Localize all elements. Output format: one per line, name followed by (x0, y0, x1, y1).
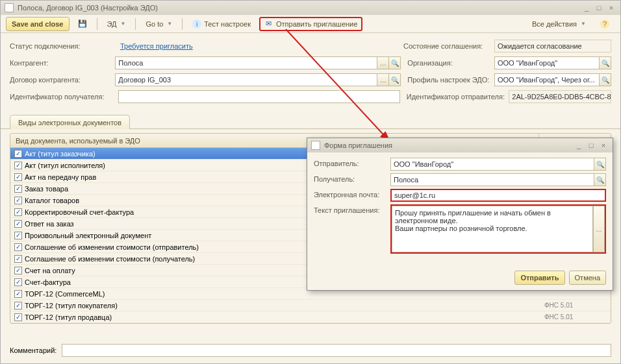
modal-icon (311, 141, 320, 150)
window-title: Полоса, Договор IG_003 (Настройка ЭДО) (18, 4, 158, 12)
profile-search-button[interactable]: 🔍 (600, 73, 611, 86)
send-icon: ✉ (264, 19, 273, 29)
row-label: Корректировочный счет-фактура (25, 208, 134, 216)
checkbox[interactable]: ✓ (14, 173, 22, 181)
row-label: ТОРГ-12 (титул продавца) (25, 313, 112, 321)
row-label: Произвольный электронный документ (25, 232, 151, 239)
recipient-id-input[interactable] (118, 90, 399, 103)
minimize-button[interactable]: _ (581, 3, 592, 12)
checkbox[interactable]: ✓ (14, 197, 22, 204)
close-button[interactable]: × (606, 3, 616, 12)
contract-input[interactable]: Договор IG_003 (115, 73, 377, 86)
table-row[interactable]: ✓ТОРГ-12 (титул продавца)ФНС 5.01 (10, 311, 611, 323)
checkbox[interactable]: ✓ (14, 208, 22, 216)
maximize-button[interactable]: □ (594, 3, 604, 12)
tabs: Виды электронных документов (1, 115, 620, 129)
help-icon: ? (600, 19, 609, 29)
modal-text-label: Текст приглашения: (314, 204, 390, 214)
row-label: Каталог товаров (25, 197, 79, 204)
agreement-state-label: Состояние соглашения: (397, 42, 494, 50)
modal-title: Форма приглашения (324, 141, 392, 149)
org-input[interactable]: ООО "ИванГород" (494, 56, 600, 69)
org-label: Организация: (401, 59, 494, 67)
modal-recipient-label: Получатель: (314, 173, 390, 183)
modal-close-button[interactable]: × (598, 141, 609, 150)
comment-input[interactable] (62, 344, 611, 357)
checkbox[interactable]: ✓ (14, 162, 22, 169)
row-label: Счет на оплату (25, 267, 75, 274)
org-search-button[interactable]: 🔍 (600, 56, 611, 69)
checkbox[interactable]: ✓ (14, 185, 22, 193)
modal-cancel-button[interactable]: Отмена (569, 271, 606, 285)
profile-label: Профиль настроек ЭДО: (401, 76, 494, 84)
modal-sender-search-button[interactable]: 🔍 (594, 158, 606, 171)
contract-select-button[interactable]: … (377, 73, 389, 86)
row-format: ФНС 5.01 (539, 302, 611, 309)
row-label: Счет-фактура (25, 278, 71, 286)
agreement-state-value: Ожидается согласование (494, 40, 611, 53)
modal-email-label: Электронная почта: (314, 189, 390, 199)
row-label: Ответ на заказ (25, 220, 74, 228)
modal-text-input[interactable]: Прошу принять приглашение и начать обмен… (392, 206, 593, 252)
modal-recipient-input[interactable]: Полоса (390, 173, 594, 186)
row-label: Акт (титул исполнителя) (25, 162, 105, 169)
contract-label: Договор контрагента: (10, 76, 115, 84)
modal-sender-input[interactable]: ООО "ИванГород" (390, 158, 594, 171)
form-area: Статус подключения: Требуется пригласить… (1, 33, 620, 111)
checkbox[interactable]: ✓ (14, 302, 22, 309)
tab-doc-types[interactable]: Виды электронных документов (10, 115, 130, 129)
checkbox[interactable]: ✓ (14, 290, 22, 298)
status-label: Статус подключения: (10, 42, 120, 50)
comment-label: Комментарий: (10, 346, 57, 354)
row-label: ТОРГ-12 (CommerceML) (25, 290, 105, 298)
checkbox[interactable]: ✓ (14, 313, 22, 321)
modal-recipient-search-button[interactable]: 🔍 (594, 173, 606, 186)
invite-modal: Форма приглашения _ □ × Отправитель: ООО… (307, 138, 613, 291)
send-invite-button[interactable]: ✉Отправить приглашение (259, 17, 362, 31)
checkbox[interactable]: ✓ (14, 267, 22, 274)
modal-send-button[interactable]: Отправить (514, 271, 564, 285)
save-and-close-button[interactable]: Save and close (6, 17, 70, 31)
diskette-icon: 💾 (78, 19, 87, 29)
checkbox[interactable]: ✓ (14, 150, 22, 158)
table-row[interactable]: ✓ТОРГ-12 (титул покупателя)ФНС 5.01 (10, 300, 611, 311)
counterparty-select-button[interactable]: … (377, 56, 389, 69)
modal-text-expand-button[interactable]: … (593, 206, 605, 252)
checkbox[interactable]: ✓ (14, 220, 22, 228)
row-label: Акт (титул заказчика) (25, 150, 95, 158)
modal-sender-label: Отправитель: (314, 158, 390, 167)
status-value[interactable]: Требуется пригласить (120, 42, 257, 50)
modal-maximize-button[interactable]: □ (586, 141, 596, 150)
modal-titlebar: Форма приглашения _ □ × (307, 138, 613, 152)
checkbox[interactable]: ✓ (14, 232, 22, 239)
info-icon: i (192, 19, 201, 29)
row-format: ФНС 5.01 (539, 313, 611, 321)
counterparty-search-button[interactable]: 🔍 (389, 56, 401, 69)
test-settings-button[interactable]: iТест настроек (186, 17, 257, 31)
sender-id-value: 2AL-9D25A8E0-DDB5-4CBC-83 (509, 90, 611, 103)
modal-email-input[interactable]: super@1c.ru (390, 189, 606, 202)
checkbox[interactable]: ✓ (14, 243, 22, 251)
checkbox[interactable]: ✓ (14, 278, 22, 286)
sender-id-label: Идентификатор отправителя: (400, 93, 509, 101)
row-label: Заказ товара (25, 185, 68, 193)
titlebar: Полоса, Договор IG_003 (Настройка ЭДО) _… (1, 1, 620, 15)
profile-input[interactable]: ООО "ИванГород", Через ог... (494, 73, 600, 86)
row-label: ТОРГ-12 (титул покупателя) (25, 302, 118, 309)
all-actions-dropdown[interactable]: Все действия▼ (526, 17, 592, 31)
save-icon-button[interactable]: 💾 (72, 17, 93, 31)
ed-dropdown[interactable]: ЭД▼ (101, 17, 132, 31)
help-button[interactable]: ? (594, 17, 615, 31)
checkbox[interactable]: ✓ (14, 255, 22, 263)
counterparty-input[interactable]: Полоса (115, 56, 377, 69)
counterparty-label: Контрагент: (10, 59, 115, 67)
modal-minimize-button[interactable]: _ (574, 141, 584, 150)
row-label: Соглашение об изменении стоимости (отпра… (25, 243, 199, 251)
goto-dropdown[interactable]: Go to▼ (140, 17, 178, 31)
row-label: Акт на передачу прав (25, 173, 96, 181)
app-icon (5, 3, 14, 12)
recipient-id-label: Идентификатор получателя: (10, 93, 118, 101)
row-label: Соглашение об изменении стоимости (получ… (25, 255, 195, 263)
toolbar: Save and close 💾 ЭД▼ Go to▼ iТест настро… (1, 15, 620, 33)
contract-search-button[interactable]: 🔍 (389, 73, 401, 86)
